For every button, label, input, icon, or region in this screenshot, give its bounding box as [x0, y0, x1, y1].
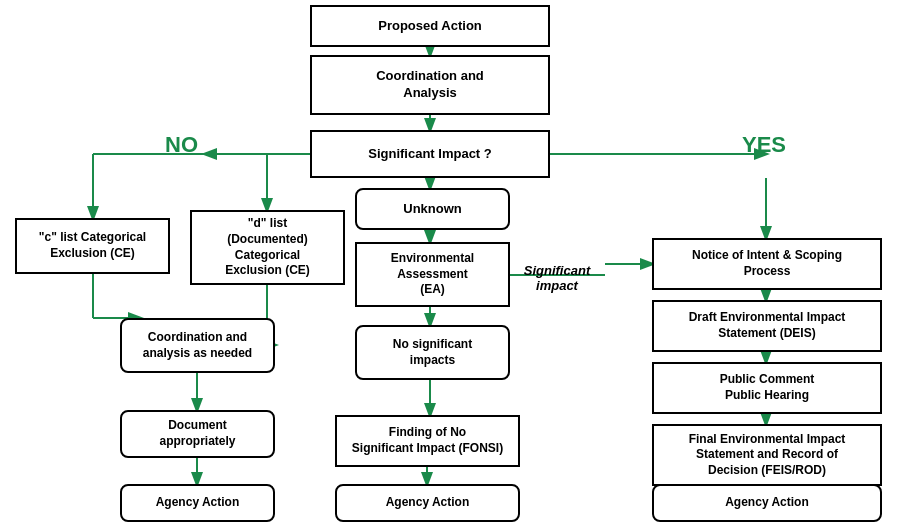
env-assessment-label: EnvironmentalAssessment(EA) — [391, 251, 474, 298]
d-list-ce-label: "d" list(Documented)CategoricalExclusion… — [225, 216, 310, 278]
agency-action-mid-label: Agency Action — [386, 495, 470, 511]
yes-label: YES — [742, 132, 786, 158]
coordination-analysis-label: Coordination andAnalysis — [376, 68, 484, 102]
fonsi-box: Finding of NoSignificant Impact (FONSI) — [335, 415, 520, 467]
significant-impact-box: Significant Impact ? — [310, 130, 550, 178]
significant-impact-label: Significant Impact ? — [368, 146, 492, 163]
unknown-label: Unknown — [403, 201, 462, 218]
document-appropriately-box: Documentappropriately — [120, 410, 275, 458]
public-comment-label: Public CommentPublic Hearing — [720, 372, 815, 403]
unknown-box: Unknown — [355, 188, 510, 230]
notice-intent-box: Notice of Intent & ScopingProcess — [652, 238, 882, 290]
final-eis-box: Final Environmental ImpactStatement and … — [652, 424, 882, 486]
coord-analysis-needed-box: Coordination andanalysis as needed — [120, 318, 275, 373]
agency-action-right-label: Agency Action — [725, 495, 809, 511]
agency-action-left-box: Agency Action — [120, 484, 275, 522]
env-assessment-box: EnvironmentalAssessment(EA) — [355, 242, 510, 307]
fonsi-label: Finding of NoSignificant Impact (FONSI) — [352, 425, 503, 456]
no-sig-impacts-box: No significantimpacts — [355, 325, 510, 380]
agency-action-mid-box: Agency Action — [335, 484, 520, 522]
notice-intent-label: Notice of Intent & ScopingProcess — [692, 248, 842, 279]
flowchart-diagram: Proposed Action Coordination andAnalysis… — [0, 0, 900, 526]
final-eis-label: Final Environmental ImpactStatement and … — [689, 432, 846, 479]
agency-action-left-label: Agency Action — [156, 495, 240, 511]
no-sig-impacts-label: No significantimpacts — [393, 337, 472, 368]
draft-eis-box: Draft Environmental ImpactStatement (DEI… — [652, 300, 882, 352]
draft-eis-label: Draft Environmental ImpactStatement (DEI… — [689, 310, 846, 341]
public-comment-box: Public CommentPublic Hearing — [652, 362, 882, 414]
document-appropriately-label: Documentappropriately — [159, 418, 235, 449]
coord-analysis-needed-label: Coordination andanalysis as needed — [143, 330, 252, 361]
coordination-analysis-box: Coordination andAnalysis — [310, 55, 550, 115]
significant-impact-arrow-label: Significantimpact — [512, 263, 602, 293]
c-list-ce-box: "c" list CategoricalExclusion (CE) — [15, 218, 170, 274]
d-list-ce-box: "d" list(Documented)CategoricalExclusion… — [190, 210, 345, 285]
agency-action-right-box: Agency Action — [652, 484, 882, 522]
proposed-action-label: Proposed Action — [378, 18, 482, 35]
no-label: NO — [165, 132, 198, 158]
c-list-ce-label: "c" list CategoricalExclusion (CE) — [39, 230, 146, 261]
proposed-action-box: Proposed Action — [310, 5, 550, 47]
